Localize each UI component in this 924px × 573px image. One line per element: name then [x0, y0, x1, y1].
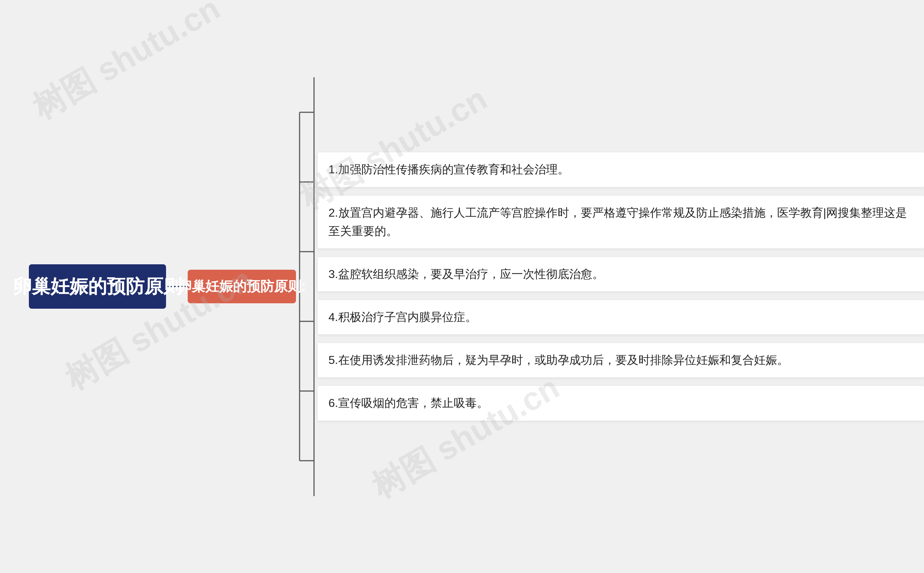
main-title-box: 卵巢妊娠的预防原则	[29, 264, 166, 309]
item-row-1: 1.加强防治性传播疾病的宣传教育和社会治理。	[317, 148, 924, 191]
item-row-6: 6.宣传吸烟的危害，禁止吸毒。	[317, 382, 924, 424]
main-title-text: 卵巢妊娠的预防原则	[13, 274, 182, 299]
item-box-1: 1.加强防治性传播疾病的宣传教育和社会治理。	[317, 152, 924, 187]
right-section: 1.加强防治性传播疾病的宣传教育和社会治理。 2.放置宫内避孕器、施行人工流产等…	[296, 77, 924, 496]
item-row-2: 2.放置宫内避孕器、施行人工流产等宫腔操作时，要严格遵守操作常规及防止感染措施，…	[317, 191, 924, 253]
item-box-5: 5.在使用诱发排泄药物后，疑为早孕时，或助孕成功后，要及时排除异位妊娠和复合妊娠…	[317, 343, 924, 377]
item-box-6: 6.宣传吸烟的危害，禁止吸毒。	[317, 386, 924, 420]
item-text-2: 2.放置宫内避孕器、施行人工流产等宫腔操作时，要严格遵守操作常规及防止感染措施，…	[328, 206, 907, 238]
item-text-1: 1.加强防治性传播疾病的宣传教育和社会治理。	[328, 163, 569, 176]
item-row-5: 5.在使用诱发排泄药物后，疑为早孕时，或助孕成功后，要及时排除异位妊娠和复合妊娠…	[317, 339, 924, 382]
sub-title-text: 卵巢妊娠的预防原则:	[178, 278, 306, 295]
item-text-5: 5.在使用诱发排泄药物后，疑为早孕时，或助孕成功后，要及时排除异位妊娠和复合妊娠…	[328, 354, 789, 366]
item-text-3: 3.盆腔软组织感染，要及早治疗，应一次性彻底治愈。	[328, 268, 604, 280]
mind-map-container: 卵巢妊娠的预防原则 卵巢妊娠的预防原则: 1.加强防治性传播疾	[0, 0, 924, 573]
item-row-3: 3.盆腔软组织感染，要及早治疗，应一次性彻底治愈。	[317, 253, 924, 296]
item-row-4: 4.积极治疗子宫内膜异位症。	[317, 296, 924, 339]
item-box-2: 2.放置宫内避孕器、施行人工流产等宫腔操作时，要严格遵守操作常规及防止感染措施，…	[317, 196, 924, 248]
item-text-6: 6.宣传吸烟的危害，禁止吸毒。	[328, 396, 488, 409]
items-column: 1.加强防治性传播疾病的宣传教育和社会治理。 2.放置宫内避孕器、施行人工流产等…	[317, 148, 924, 424]
item-box-4: 4.积极治疗子宫内膜异位症。	[317, 300, 924, 334]
item-text-4: 4.积极治疗子宫内膜异位症。	[328, 310, 477, 324]
item-box-3: 3.盆腔软组织感染，要及早治疗，应一次性彻底治愈。	[317, 257, 924, 291]
sub-title-box: 卵巢妊娠的预防原则:	[188, 270, 296, 303]
